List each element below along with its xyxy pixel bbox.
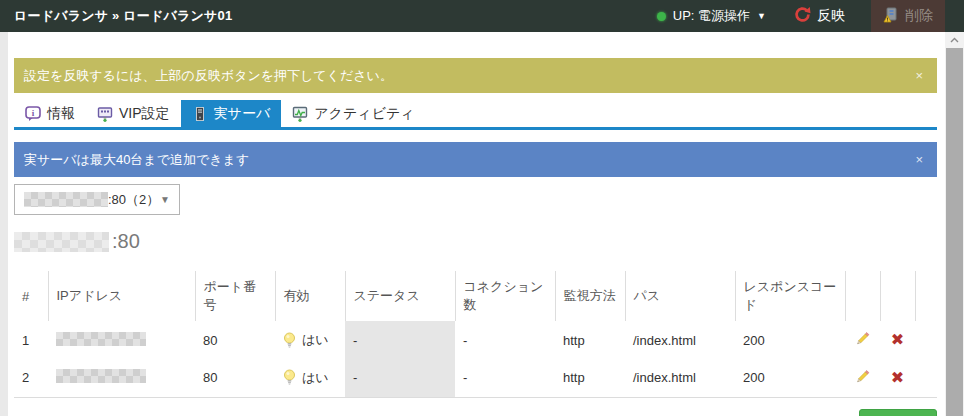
real-server-icon (192, 106, 208, 122)
apply-button[interactable]: 反映 (794, 6, 845, 26)
vip-section-title: :80 (14, 230, 937, 253)
server-warning-icon (883, 7, 899, 26)
edit-pencil-icon[interactable] (854, 330, 871, 347)
cell-edit (845, 359, 880, 397)
cell-monitor: http (555, 359, 625, 397)
lightbulb-on-icon (283, 332, 296, 349)
cell-enabled: はい (275, 321, 345, 359)
col-number: # (14, 271, 48, 321)
table-row: 2 80 はい - - http /index.html 200 (14, 359, 937, 397)
col-enabled: 有効 (275, 271, 345, 321)
cell-number: 2 (14, 359, 48, 397)
apply-notice-text: 設定を反映するには、上部の反映ボタンを押下してください。 (24, 67, 393, 85)
close-icon[interactable]: × (915, 68, 923, 83)
col-edit (845, 271, 880, 321)
col-connections: コネクション数 (455, 271, 555, 321)
tab-vip-settings-label: VIP設定 (119, 105, 170, 123)
col-spacer (915, 271, 937, 321)
cell-path: /index.html (625, 359, 735, 397)
tab-info[interactable]: i 情報 (14, 100, 86, 127)
tab-real-servers[interactable]: 実サーバ (181, 100, 282, 127)
col-status: ステータス (345, 271, 455, 321)
cell-port: 80 (195, 359, 275, 397)
tab-bar: i 情報 VIP設定 実サーバ アクティビティ (14, 100, 937, 130)
main-content: 設定を反映するには、上部の反映ボタンを押下してください。 × i 情報 VIP設… (14, 32, 937, 416)
col-port: ポート番号 (195, 271, 275, 321)
col-ip-address: IPアドレス (48, 271, 195, 321)
tab-info-label: 情報 (47, 105, 75, 123)
page-left-gutter (0, 32, 8, 416)
cell-status: - (345, 359, 455, 397)
col-path: パス (625, 271, 735, 321)
cell-response-code: 200 (735, 359, 845, 397)
enabled-label: はい (302, 369, 329, 387)
table-row: 1 80 はい - - http /index.html 200 (14, 321, 937, 359)
cell-monitor: http (555, 321, 625, 359)
power-operation-label: UP: 電源操作 (673, 7, 750, 25)
lightbulb-on-icon (283, 369, 296, 386)
enabled-label: はい (302, 331, 329, 349)
cell-spacer (915, 359, 937, 397)
vertical-scrollbar[interactable] (945, 32, 964, 416)
add-row: 追加 (14, 409, 937, 416)
cell-spacer (915, 321, 937, 359)
cell-status: - (345, 321, 455, 359)
cell-number: 1 (14, 321, 48, 359)
cell-connections: - (455, 321, 555, 359)
topbar-actions: UP: 電源操作 ▼ 反映 削除 (657, 0, 964, 32)
cell-delete: ✖ (880, 359, 915, 397)
tab-vip-settings[interactable]: VIP設定 (86, 100, 181, 127)
cell-enabled: はい (275, 359, 345, 397)
vip-port-label: :80 (112, 230, 140, 253)
vip-select-value: :80（2） (108, 191, 159, 209)
col-monitor-method: 監視方法 (555, 271, 625, 321)
vip-settings-icon (97, 106, 113, 122)
apply-notice-banner: 設定を反映するには、上部の反映ボタンを押下してください。 × (14, 58, 937, 93)
delete-loadbalancer-button[interactable]: 削除 (871, 0, 945, 32)
limit-notice-text: 実サーバは最大40台まで追加できます (24, 151, 249, 169)
breadcrumb: ロードバランサ » ロードバランサ01 (0, 7, 232, 25)
col-delete (880, 271, 915, 321)
power-operation-dropdown[interactable]: UP: 電源操作 ▼ (657, 7, 766, 25)
chevron-down-icon: ▼ (160, 194, 170, 205)
real-server-table: # IPアドレス ポート番号 有効 ステータス コネクション数 監視方法 パス … (14, 271, 937, 398)
masked-ip (24, 192, 108, 207)
activity-icon (292, 106, 308, 122)
close-icon[interactable]: × (915, 152, 923, 167)
cell-connections: - (455, 359, 555, 397)
vip-select[interactable]: :80（2） ▼ (14, 184, 180, 215)
masked-ip (56, 369, 146, 383)
masked-ip (56, 332, 146, 346)
tab-real-servers-label: 実サーバ (214, 105, 271, 123)
cell-delete: ✖ (880, 321, 915, 359)
delete-label: 削除 (905, 7, 933, 25)
cell-response-code: 200 (735, 321, 845, 359)
table-header-row: # IPアドレス ポート番号 有効 ステータス コネクション数 監視方法 パス … (14, 271, 937, 321)
scrollbar-thumb[interactable] (946, 48, 963, 416)
cell-edit (845, 321, 880, 359)
delete-row-icon[interactable]: ✖ (891, 331, 904, 348)
refresh-icon (794, 6, 811, 26)
tab-activity-label: アクティビティ (314, 105, 414, 123)
cell-ip (48, 359, 195, 397)
apply-label: 反映 (817, 7, 845, 25)
topbar: ロードバランサ » ロードバランサ01 UP: 電源操作 ▼ 反映 削除 (0, 0, 964, 32)
masked-ip (14, 232, 109, 252)
tab-activity[interactable]: アクティビティ (281, 100, 425, 127)
info-icon: i (25, 106, 41, 122)
chevron-down-icon: ▼ (757, 11, 766, 21)
cell-port: 80 (195, 321, 275, 359)
scroll-up-icon[interactable] (945, 32, 964, 48)
cell-ip (48, 321, 195, 359)
add-server-button[interactable]: 追加 (859, 409, 937, 416)
edit-pencil-icon[interactable] (854, 368, 871, 385)
cell-path: /index.html (625, 321, 735, 359)
delete-row-icon[interactable]: ✖ (891, 369, 904, 386)
limit-notice-banner: 実サーバは最大40台まで追加できます × (14, 142, 937, 177)
col-response-code: レスポンスコード (735, 271, 845, 321)
status-up-icon (657, 12, 666, 21)
